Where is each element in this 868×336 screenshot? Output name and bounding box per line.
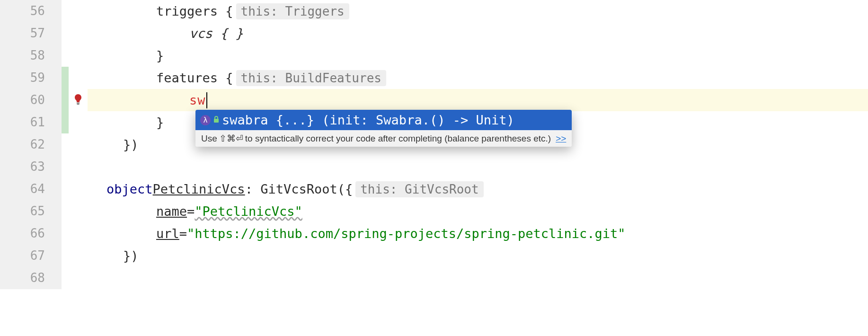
line-number: 58 (0, 44, 62, 67)
code-token: } (156, 115, 164, 130)
code-token: triggers { (156, 4, 233, 18)
line-number: 60 (0, 89, 62, 111)
text-caret (206, 92, 207, 108)
line-number: 65 (0, 200, 62, 222)
code-token: = (187, 204, 195, 219)
completion-tip: Use ⇧⌘⏎ to syntactically correct your co… (195, 130, 572, 147)
tip-more-link[interactable]: >> (556, 133, 566, 144)
tip-text-pre: Use (201, 133, 217, 144)
code-token: }) (123, 137, 139, 152)
intention-bulb-icon[interactable] (74, 94, 82, 106)
code-token: }) (123, 248, 139, 263)
code-line[interactable]: 63 (0, 156, 868, 178)
identifier-token: PetclinicVcs (153, 182, 245, 196)
line-number: 64 (0, 178, 62, 200)
code-line[interactable]: 65 name = "PetclinicVcs" (0, 200, 868, 222)
code-line[interactable]: 59 features { this: BuildFeatures (0, 67, 868, 89)
completion-text: swabra {...} (init: Swabra.() -> Unit) (222, 113, 514, 127)
code-line[interactable]: 57 vcs { } (0, 22, 868, 44)
completion-item[interactable]: λ swabra {...} (init: Swabra.() -> Unit) (195, 110, 572, 130)
lock-icon (213, 116, 219, 124)
tip-text-post: to syntactically correct your code after… (245, 133, 551, 144)
svg-rect-2 (214, 119, 219, 123)
code-line[interactable]: 68 (0, 267, 868, 289)
code-editor[interactable]: 56 triggers { this: Triggers 57 vcs { } … (0, 0, 868, 289)
code-completion-popup: λ swabra {...} (init: Swabra.() -> Unit)… (195, 110, 572, 147)
code-line[interactable]: 56 triggers { this: Triggers (0, 0, 868, 22)
inlay-hint: this: BuildFeatures (236, 70, 386, 86)
line-number: 56 (0, 0, 62, 22)
inlay-hint: this: Triggers (236, 3, 349, 19)
code-line[interactable]: 64 object PetclinicVcs : GitVcsRoot({ th… (0, 178, 868, 200)
code-line-active[interactable]: 60 sw (0, 89, 868, 111)
line-number: 63 (0, 156, 62, 178)
keyword-token: object (106, 182, 153, 196)
code-token: = (179, 226, 187, 241)
line-number: 62 (0, 133, 62, 156)
line-number: 61 (0, 111, 62, 133)
line-number: 68 (0, 267, 62, 289)
inlay-hint: this: GitVcsRoot (355, 181, 483, 197)
code-line[interactable]: 58 } (0, 44, 868, 67)
svg-rect-1 (77, 104, 80, 105)
error-token: sw (189, 93, 206, 107)
code-token: features { (156, 71, 233, 85)
svg-rect-0 (77, 103, 80, 104)
lambda-icon: λ (200, 115, 211, 125)
code-token: } (156, 48, 164, 63)
code-line[interactable]: 67 }) (0, 245, 868, 267)
property-token: name (156, 204, 187, 219)
line-number: 66 (0, 222, 62, 245)
keyboard-shortcut: ⇧⌘⏎ (219, 133, 243, 144)
code-token: vcs { } (189, 26, 243, 41)
line-number: 57 (0, 22, 62, 44)
line-number: 67 (0, 245, 62, 267)
code-token: : GitVcsRoot({ (245, 182, 353, 196)
string-token: "PetclinicVcs" (195, 204, 302, 219)
property-token: url (156, 226, 179, 241)
line-number: 59 (0, 67, 62, 89)
code-line[interactable]: 66 url = "https://github.com/spring-proj… (0, 222, 868, 245)
code-line[interactable]: 61 } λ swabra {...} (init: Swabra.() -> … (0, 111, 868, 133)
string-token: "https://github.com/spring-projects/spri… (187, 226, 626, 241)
